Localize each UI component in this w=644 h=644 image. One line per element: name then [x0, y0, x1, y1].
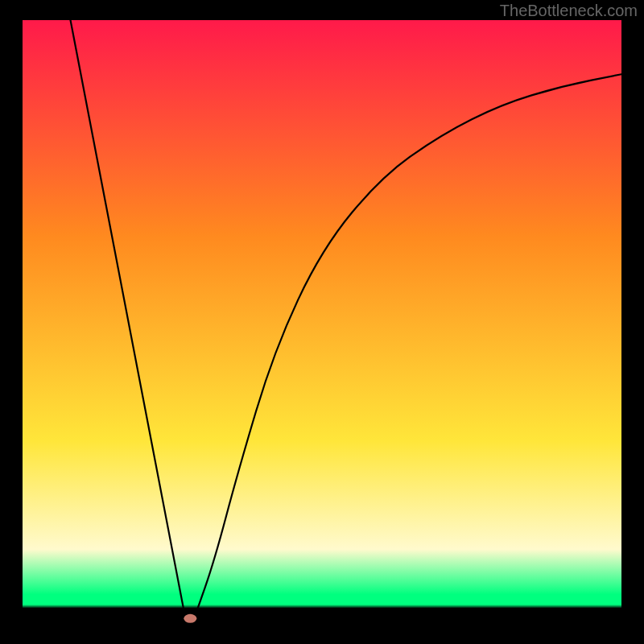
watermark-text: TheBottleneck.com: [500, 2, 638, 20]
plot-background: [23, 20, 621, 621]
vertex-dot: [184, 614, 196, 623]
chart-container: TheBottleneck.com: [0, 0, 644, 644]
chart-svg: [0, 0, 644, 644]
